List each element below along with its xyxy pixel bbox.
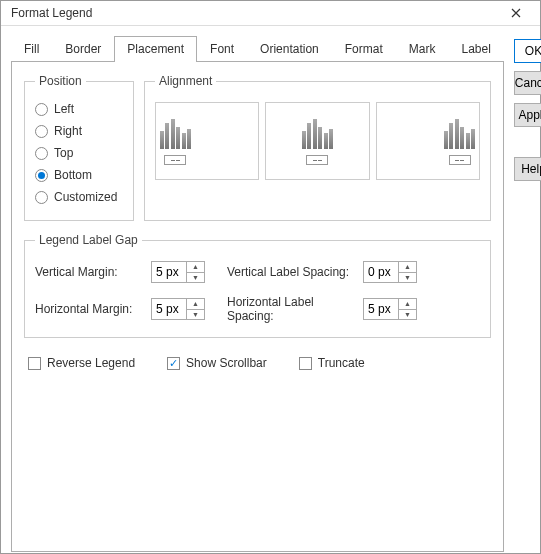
legend-icon (164, 155, 186, 165)
alignment-legend: Alignment (155, 74, 216, 88)
help-button[interactable]: Help (514, 157, 541, 181)
close-button[interactable] (496, 1, 536, 25)
align-center-option[interactable] (265, 102, 369, 180)
horizontal-margin-label: Horizontal Margin: (35, 302, 145, 316)
tab-placement[interactable]: Placement (114, 36, 197, 62)
label-gap-group: Legend Label Gap Vertical Margin: ▲▼ Ver… (24, 233, 491, 338)
radio-label: Customized (54, 190, 117, 204)
cancel-button[interactable]: Cancel (514, 71, 541, 95)
position-group: Position Left Right Top Bottom Customize… (24, 74, 134, 221)
dialog-window: Format Legend Fill Border Placement Font… (0, 0, 541, 554)
position-legend: Position (35, 74, 86, 88)
legend-icon (449, 155, 471, 165)
reverse-legend-checkbox[interactable]: Reverse Legend (28, 356, 135, 370)
tab-strip: Fill Border Placement Font Orientation F… (11, 36, 504, 62)
tab-font[interactable]: Font (197, 36, 247, 61)
tab-border[interactable]: Border (52, 36, 114, 61)
radio-label: Top (54, 146, 73, 160)
window-title: Format Legend (11, 6, 496, 20)
radio-label: Bottom (54, 168, 92, 182)
horizontal-spacing-spinner[interactable]: ▲▼ (363, 298, 417, 320)
checkbox-label: Reverse Legend (47, 356, 135, 370)
apply-button[interactable]: Apply (514, 103, 541, 127)
align-right-option[interactable] (376, 102, 480, 180)
vertical-margin-label: Vertical Margin: (35, 265, 145, 279)
chart-icon (160, 117, 191, 149)
horizontal-spacing-input[interactable] (364, 299, 398, 319)
radio-customized[interactable]: Customized (35, 186, 123, 208)
tab-fill[interactable]: Fill (11, 36, 52, 61)
radio-icon (35, 169, 48, 182)
vertical-spacing-input[interactable] (364, 262, 398, 282)
chart-icon (444, 117, 475, 149)
close-icon (511, 8, 521, 18)
tab-label[interactable]: Label (448, 36, 503, 61)
tab-panel: Position Left Right Top Bottom Customize… (11, 62, 504, 552)
content-area: Fill Border Placement Font Orientation F… (1, 26, 540, 554)
radio-icon (35, 147, 48, 160)
vertical-spacing-label: Vertical Label Spacing: (227, 265, 357, 279)
vertical-spacing-spinner[interactable]: ▲▼ (363, 261, 417, 283)
radio-icon (35, 191, 48, 204)
titlebar: Format Legend (1, 1, 540, 26)
tab-format[interactable]: Format (332, 36, 396, 61)
spin-up-icon[interactable]: ▲ (399, 299, 416, 310)
spin-up-icon[interactable]: ▲ (399, 262, 416, 273)
spin-up-icon[interactable]: ▲ (187, 262, 204, 273)
spin-down-icon[interactable]: ▼ (399, 273, 416, 283)
align-left-option[interactable] (155, 102, 259, 180)
label-gap-legend: Legend Label Gap (35, 233, 142, 247)
checkbox-label: Truncate (318, 356, 365, 370)
vertical-margin-spinner[interactable]: ▲▼ (151, 261, 205, 283)
ok-button[interactable]: OK (514, 39, 541, 63)
spin-up-icon[interactable]: ▲ (187, 299, 204, 310)
horizontal-margin-spinner[interactable]: ▲▼ (151, 298, 205, 320)
radio-right[interactable]: Right (35, 120, 123, 142)
chart-icon (302, 117, 333, 149)
tab-orientation[interactable]: Orientation (247, 36, 332, 61)
tab-mark[interactable]: Mark (396, 36, 449, 61)
checkbox-icon (28, 357, 41, 370)
spin-down-icon[interactable]: ▼ (187, 310, 204, 320)
horizontal-margin-input[interactable] (152, 299, 186, 319)
spin-down-icon[interactable]: ▼ (187, 273, 204, 283)
spin-down-icon[interactable]: ▼ (399, 310, 416, 320)
alignment-group: Alignment (144, 74, 491, 221)
checkbox-label: Show Scrollbar (186, 356, 267, 370)
truncate-checkbox[interactable]: Truncate (299, 356, 365, 370)
checkbox-row: Reverse Legend Show Scrollbar Truncate (28, 356, 491, 370)
radio-bottom[interactable]: Bottom (35, 164, 123, 186)
main-panel: Fill Border Placement Font Orientation F… (11, 36, 504, 552)
radio-top[interactable]: Top (35, 142, 123, 164)
radio-icon (35, 125, 48, 138)
button-column: OK Cancel Apply Help (514, 36, 541, 552)
radio-left[interactable]: Left (35, 98, 123, 120)
radio-label: Left (54, 102, 74, 116)
checkbox-icon (167, 357, 180, 370)
vertical-margin-input[interactable] (152, 262, 186, 282)
checkbox-icon (299, 357, 312, 370)
radio-icon (35, 103, 48, 116)
legend-icon (306, 155, 328, 165)
horizontal-spacing-label: Horizontal Label Spacing: (227, 295, 357, 323)
show-scrollbar-checkbox[interactable]: Show Scrollbar (167, 356, 267, 370)
radio-label: Right (54, 124, 82, 138)
